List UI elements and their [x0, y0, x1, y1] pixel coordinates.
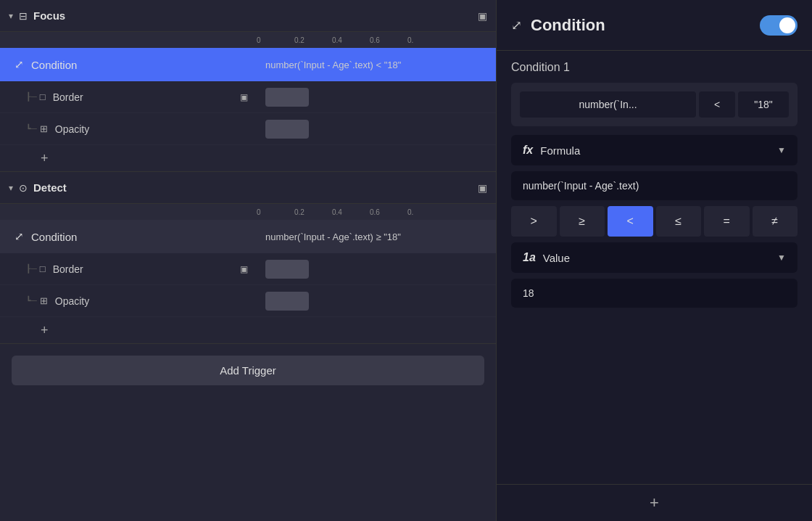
value-dropdown-chevron: ▼	[777, 253, 786, 263]
focus-trigger-title: Focus	[33, 9, 478, 22]
detect-add-button[interactable]: +	[41, 323, 49, 338]
focus-add-button[interactable]: +	[41, 151, 49, 166]
focus-ruler: 0 0.2 0.4 0.6 0.	[257, 36, 445, 44]
add-trigger-area: Add Trigger	[0, 344, 496, 397]
detect-opacity-label-area: ┗─ ⊞ Opacity	[0, 285, 257, 316]
left-panel: ▾ ⊟ Focus ▣ 0 0.2 0.4 0.6 0. ⤢ Condition…	[0, 0, 497, 521]
detect-border-label: Border	[53, 263, 240, 275]
formula-dropdown[interactable]: fx Formula ▼	[511, 135, 798, 165]
operator-row: > ≥ < ≤ = ≠	[511, 206, 798, 237]
detect-border-block	[265, 260, 309, 279]
formula-dropdown-label: Formula	[540, 144, 777, 157]
value-input[interactable]: 18	[511, 279, 798, 308]
detect-condition-label-area: ⤢ Condition	[0, 220, 257, 253]
value-1a-icon: 1a	[523, 251, 536, 264]
right-header-icon: ⤢	[511, 17, 522, 33]
focus-opacity-row[interactable]: ┗─ ⊞ Opacity	[0, 113, 496, 145]
value-dropdown-label: Value	[543, 252, 777, 264]
add-trigger-button[interactable]: Add Trigger	[12, 356, 484, 385]
op-neq-button[interactable]: ≠	[753, 206, 798, 237]
detect-border-icon: □	[40, 263, 46, 274]
detect-ruler: 0 0.2 0.4 0.6 0.	[257, 208, 445, 216]
op-gte-button[interactable]: ≥	[560, 206, 605, 237]
focus-condition-label-area: ⤢ Condition	[0, 48, 257, 81]
detect-border-label-area: ┠─ □ Border ▣	[0, 253, 257, 284]
condition-display-operator[interactable]: <	[699, 91, 735, 118]
focus-border-label-area: ┠─ □ Border ▣	[0, 81, 257, 112]
add-condition-button[interactable]: +	[650, 493, 659, 512]
detect-condition-icon: ⤢	[14, 230, 24, 243]
detect-end-icon: ▣	[478, 182, 487, 194]
focus-opacity-label: Opacity	[55, 123, 257, 135]
add-condition-area: +	[497, 484, 812, 521]
detect-add-row: +	[0, 317, 496, 343]
focus-add-row: +	[0, 145, 496, 171]
formula-fx-icon: fx	[523, 144, 533, 157]
detect-border-row[interactable]: ┠─ □ Border ▣	[0, 253, 496, 285]
detect-opacity-row[interactable]: ┗─ ⊞ Opacity	[0, 285, 496, 317]
detect-border-end-icon: ▣	[240, 264, 248, 274]
right-panel: ⤢ Condition Condition 1 number(`In... < …	[497, 0, 812, 521]
focus-opacity-icon: ⊞	[40, 123, 48, 134]
condition-display-formula[interactable]: number(`In...	[520, 91, 696, 118]
focus-condition-row[interactable]: ⤢ Condition number(`Input - Age`.text) <…	[0, 48, 496, 81]
focus-opacity-label-area: ┗─ ⊞ Opacity	[0, 113, 257, 144]
detect-opacity-label: Opacity	[55, 295, 257, 307]
detect-chevron-icon: ▾	[9, 183, 13, 193]
focus-opacity-block	[265, 120, 309, 139]
focus-border-end-icon: ▣	[240, 92, 248, 102]
condition-card: number(`In... < "18"	[511, 83, 798, 126]
focus-children: ┠─ □ Border ▣ ┗─ ⊞ Opacity +	[0, 81, 496, 171]
detect-children: ┠─ □ Border ▣ ┗─ ⊞ Opacity +	[0, 253, 496, 343]
focus-end-icon: ▣	[478, 10, 487, 22]
detect-condition-formula: number(`Input - Age`.text) ≥ "18"	[257, 231, 496, 242]
detect-opacity-icon: ⊞	[40, 295, 48, 306]
condition-display-row: number(`In... < "18"	[520, 91, 789, 118]
focus-condition-icon: ⤢	[14, 58, 24, 71]
detect-opacity-block	[265, 292, 309, 311]
detect-trigger-block: ▾ ⊙ Detect ▣ 0 0.2 0.4 0.6 0. ⤢ Conditio…	[0, 172, 496, 344]
detect-condition-row[interactable]: ⤢ Condition number(`Input - Age`.text) ≥…	[0, 220, 496, 253]
condition-section-title: Condition 1	[511, 61, 798, 74]
focus-border-label: Border	[53, 91, 240, 103]
detect-trigger-icon: ⊙	[19, 182, 28, 194]
focus-trigger-icon: ⊟	[19, 10, 28, 22]
focus-border-tree-line: ┠─	[26, 92, 37, 102]
op-eq-button[interactable]: =	[704, 206, 750, 237]
focus-opacity-tree-line: ┗─	[26, 124, 37, 134]
detect-condition-label: Condition	[31, 231, 77, 243]
detect-opacity-tree-line: ┗─	[26, 296, 37, 305]
op-lte-button[interactable]: ≤	[656, 206, 702, 237]
focus-condition-formula: number(`Input - Age`.text) < "18"	[257, 60, 496, 70]
detect-trigger-title: Detect	[33, 181, 478, 194]
value-dropdown[interactable]: 1a Value ▼	[511, 242, 798, 273]
focus-border-icon: □	[40, 91, 46, 102]
condition-section: Condition 1 number(`In... < "18" fx Form…	[497, 51, 812, 324]
op-gt-button[interactable]: >	[511, 206, 557, 237]
formula-input[interactable]: number(`Input - Age`.text)	[511, 171, 798, 200]
right-header: ⤢ Condition	[497, 0, 812, 51]
focus-trigger-header[interactable]: ▾ ⊟ Focus ▣	[0, 0, 496, 32]
condition-toggle[interactable]	[760, 15, 798, 36]
right-header-title: Condition	[531, 16, 760, 35]
detect-border-tree-line: ┠─	[26, 264, 37, 274]
focus-condition-label: Condition	[31, 59, 77, 71]
focus-chevron-icon: ▾	[9, 11, 13, 21]
focus-trigger-block: ▾ ⊟ Focus ▣ 0 0.2 0.4 0.6 0. ⤢ Condition…	[0, 0, 496, 172]
detect-trigger-header[interactable]: ▾ ⊙ Detect ▣	[0, 172, 496, 204]
condition-display-value[interactable]: "18"	[738, 91, 789, 118]
focus-border-block	[265, 88, 309, 107]
op-lt-button[interactable]: <	[608, 206, 653, 237]
formula-dropdown-chevron: ▼	[777, 145, 786, 155]
focus-border-row[interactable]: ┠─ □ Border ▣	[0, 81, 496, 113]
